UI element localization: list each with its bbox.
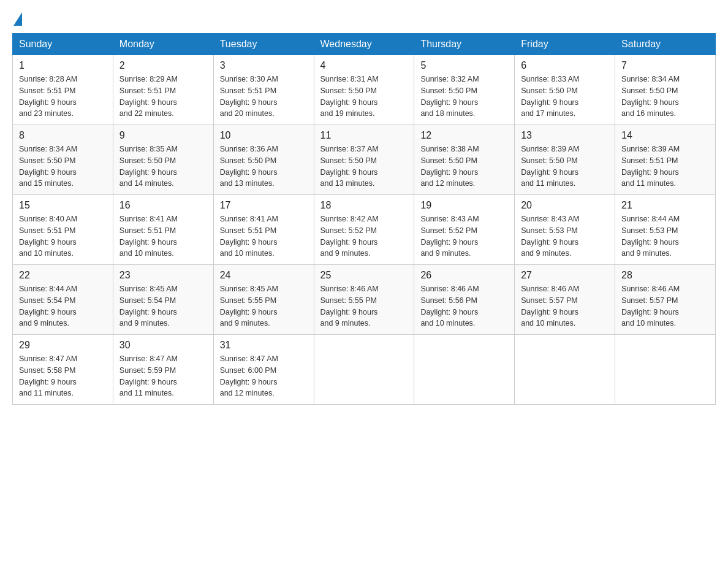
calendar-cell: 5 Sunrise: 8:32 AMSunset: 5:50 PMDayligh… [414,55,515,125]
calendar-week-row: 1 Sunrise: 8:28 AMSunset: 5:51 PMDayligh… [13,55,716,125]
page-header [12,12,716,22]
day-number: 6 [521,60,609,71]
day-info: Sunrise: 8:31 AMSunset: 5:50 PMDaylight:… [320,75,379,118]
calendar-cell [515,335,615,405]
day-info: Sunrise: 8:34 AMSunset: 5:50 PMDaylight:… [19,145,77,188]
calendar-week-row: 22 Sunrise: 8:44 AMSunset: 5:54 PMDaylig… [13,265,716,335]
day-number: 5 [420,60,508,71]
day-number: 18 [320,200,408,211]
day-number: 11 [320,130,408,141]
day-info: Sunrise: 8:36 AMSunset: 5:50 PMDaylight:… [220,145,278,188]
col-header-tuesday: Tuesday [213,34,314,55]
day-number: 31 [220,340,308,351]
day-number: 4 [320,60,408,71]
day-number: 20 [521,200,609,211]
day-info: Sunrise: 8:46 AMSunset: 5:56 PMDaylight:… [420,285,479,327]
day-number: 29 [19,340,107,351]
day-info: Sunrise: 8:41 AMSunset: 5:51 PMDaylight:… [119,215,178,258]
day-info: Sunrise: 8:45 AMSunset: 5:55 PMDaylight:… [220,285,278,327]
day-number: 21 [621,200,709,211]
day-number: 26 [420,270,508,281]
col-header-wednesday: Wednesday [314,34,414,55]
day-info: Sunrise: 8:42 AMSunset: 5:52 PMDaylight:… [320,215,379,258]
day-info: Sunrise: 8:43 AMSunset: 5:52 PMDaylight:… [420,215,479,258]
calendar-cell: 30 Sunrise: 8:47 AMSunset: 5:59 PMDaylig… [113,335,213,405]
day-info: Sunrise: 8:43 AMSunset: 5:53 PMDaylight:… [521,215,579,258]
calendar-cell: 13 Sunrise: 8:39 AMSunset: 5:50 PMDaylig… [515,125,615,195]
calendar-cell: 3 Sunrise: 8:30 AMSunset: 5:51 PMDayligh… [213,55,314,125]
day-number: 16 [119,200,207,211]
calendar-cell: 17 Sunrise: 8:41 AMSunset: 5:51 PMDaylig… [213,195,314,265]
calendar-table: SundayMondayTuesdayWednesdayThursdayFrid… [12,33,716,405]
day-number: 10 [220,130,308,141]
day-number: 25 [320,270,408,281]
calendar-cell: 15 Sunrise: 8:40 AMSunset: 5:51 PMDaylig… [13,195,113,265]
col-header-friday: Friday [515,34,615,55]
calendar-cell: 19 Sunrise: 8:43 AMSunset: 5:52 PMDaylig… [414,195,515,265]
day-info: Sunrise: 8:37 AMSunset: 5:50 PMDaylight:… [320,145,379,188]
calendar-week-row: 8 Sunrise: 8:34 AMSunset: 5:50 PMDayligh… [13,125,716,195]
day-info: Sunrise: 8:34 AMSunset: 5:50 PMDaylight:… [621,75,680,118]
calendar-cell: 9 Sunrise: 8:35 AMSunset: 5:50 PMDayligh… [113,125,213,195]
day-info: Sunrise: 8:46 AMSunset: 5:55 PMDaylight:… [320,285,379,327]
day-info: Sunrise: 8:45 AMSunset: 5:54 PMDaylight:… [119,285,178,327]
calendar-week-row: 15 Sunrise: 8:40 AMSunset: 5:51 PMDaylig… [13,195,716,265]
day-number: 19 [420,200,508,211]
calendar-cell: 21 Sunrise: 8:44 AMSunset: 5:53 PMDaylig… [615,195,716,265]
day-info: Sunrise: 8:47 AMSunset: 6:00 PMDaylight:… [220,354,278,397]
day-info: Sunrise: 8:44 AMSunset: 5:54 PMDaylight:… [19,285,77,327]
day-info: Sunrise: 8:39 AMSunset: 5:50 PMDaylight:… [521,145,579,188]
day-number: 23 [119,270,207,281]
calendar-cell: 20 Sunrise: 8:43 AMSunset: 5:53 PMDaylig… [515,195,615,265]
day-info: Sunrise: 8:38 AMSunset: 5:50 PMDaylight:… [420,145,479,188]
day-info: Sunrise: 8:46 AMSunset: 5:57 PMDaylight:… [621,285,680,327]
calendar-cell: 12 Sunrise: 8:38 AMSunset: 5:50 PMDaylig… [414,125,515,195]
day-info: Sunrise: 8:40 AMSunset: 5:51 PMDaylight:… [19,215,77,258]
day-number: 22 [19,270,107,281]
calendar-cell: 7 Sunrise: 8:34 AMSunset: 5:50 PMDayligh… [615,55,716,125]
col-header-sunday: Sunday [13,34,113,55]
day-number: 7 [621,60,709,71]
day-number: 15 [19,200,107,211]
calendar-cell: 25 Sunrise: 8:46 AMSunset: 5:55 PMDaylig… [314,265,414,335]
calendar-cell: 1 Sunrise: 8:28 AMSunset: 5:51 PMDayligh… [13,55,113,125]
day-number: 12 [420,130,508,141]
calendar-header-row: SundayMondayTuesdayWednesdayThursdayFrid… [13,34,716,55]
day-info: Sunrise: 8:46 AMSunset: 5:57 PMDaylight:… [521,285,579,327]
day-info: Sunrise: 8:29 AMSunset: 5:51 PMDaylight:… [119,75,178,118]
day-info: Sunrise: 8:44 AMSunset: 5:53 PMDaylight:… [621,215,680,258]
logo-triangle-icon [13,12,22,26]
calendar-cell: 27 Sunrise: 8:46 AMSunset: 5:57 PMDaylig… [515,265,615,335]
day-number: 2 [119,60,207,71]
calendar-cell: 11 Sunrise: 8:37 AMSunset: 5:50 PMDaylig… [314,125,414,195]
day-number: 27 [521,270,609,281]
calendar-cell: 2 Sunrise: 8:29 AMSunset: 5:51 PMDayligh… [113,55,213,125]
day-info: Sunrise: 8:32 AMSunset: 5:50 PMDaylight:… [420,75,479,118]
day-number: 1 [19,60,107,71]
col-header-saturday: Saturday [615,34,716,55]
day-number: 24 [220,270,308,281]
day-info: Sunrise: 8:30 AMSunset: 5:51 PMDaylight:… [220,75,278,118]
calendar-cell: 6 Sunrise: 8:33 AMSunset: 5:50 PMDayligh… [515,55,615,125]
day-number: 13 [521,130,609,141]
col-header-monday: Monday [113,34,213,55]
day-number: 8 [19,130,107,141]
calendar-week-row: 29 Sunrise: 8:47 AMSunset: 5:58 PMDaylig… [13,335,716,405]
day-number: 17 [220,200,308,211]
calendar-cell: 18 Sunrise: 8:42 AMSunset: 5:52 PMDaylig… [314,195,414,265]
day-info: Sunrise: 8:28 AMSunset: 5:51 PMDaylight:… [19,75,77,118]
day-info: Sunrise: 8:39 AMSunset: 5:51 PMDaylight:… [621,145,680,188]
calendar-cell: 14 Sunrise: 8:39 AMSunset: 5:51 PMDaylig… [615,125,716,195]
day-info: Sunrise: 8:47 AMSunset: 5:58 PMDaylight:… [19,354,77,397]
calendar-cell: 4 Sunrise: 8:31 AMSunset: 5:50 PMDayligh… [314,55,414,125]
day-info: Sunrise: 8:35 AMSunset: 5:50 PMDaylight:… [119,145,178,188]
calendar-cell: 10 Sunrise: 8:36 AMSunset: 5:50 PMDaylig… [213,125,314,195]
calendar-cell: 31 Sunrise: 8:47 AMSunset: 6:00 PMDaylig… [213,335,314,405]
day-number: 14 [621,130,709,141]
col-header-thursday: Thursday [414,34,515,55]
day-number: 30 [119,340,207,351]
calendar-cell: 22 Sunrise: 8:44 AMSunset: 5:54 PMDaylig… [13,265,113,335]
calendar-cell: 8 Sunrise: 8:34 AMSunset: 5:50 PMDayligh… [13,125,113,195]
calendar-cell: 28 Sunrise: 8:46 AMSunset: 5:57 PMDaylig… [615,265,716,335]
calendar-cell: 23 Sunrise: 8:45 AMSunset: 5:54 PMDaylig… [113,265,213,335]
